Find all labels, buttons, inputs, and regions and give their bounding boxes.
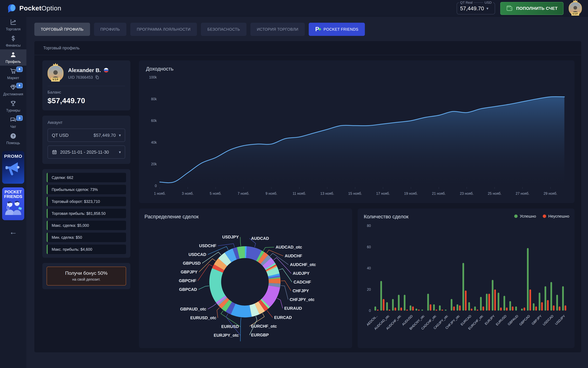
balance-value: $57,449.70	[47, 96, 125, 105]
tab-безопасность[interactable]: БЕЗОПАСНОСТЬ	[201, 23, 247, 36]
bell-badge	[16, 83, 23, 88]
brand-name: PocketOption	[19, 4, 61, 12]
svg-text:EURCAD: EURCAD	[460, 314, 472, 326]
account-select-name: QT USD	[52, 133, 69, 138]
copy-icon[interactable]	[95, 75, 99, 79]
svg-text:EURJPY_otc: EURJPY_otc	[214, 333, 239, 338]
svg-text:CHFJPY: CHFJPY	[293, 289, 309, 293]
sidebar-item-label: Чат	[10, 125, 16, 129]
svg-text:EURCAD: EURCAD	[274, 315, 292, 320]
profitability-panel: Доходность 020k40k60k80k100k1 нояб.3 ноя…	[139, 60, 575, 203]
svg-text:CHFJPY_otc: CHFJPY_otc	[290, 297, 314, 302]
sidebar-item-label: Маркет	[7, 76, 19, 80]
sidebar-pocket-friends-card[interactable]: POCKET FRIENDS	[2, 187, 24, 220]
svg-text:9 нояб.: 9 нояб.	[266, 192, 277, 195]
svg-text:?: ?	[12, 134, 14, 138]
tab-label: ТОРГОВЫЙ ПРОФИЛЬ	[41, 27, 83, 32]
svg-text:15 нояб.: 15 нояб.	[348, 192, 362, 195]
bonus-title: Получи бонус 50%	[48, 270, 124, 276]
deposit-button[interactable]: ПОПОЛНИТЬ СЧЕТ	[500, 2, 563, 15]
sidebar-item-user[interactable]: Профиль	[0, 49, 26, 66]
svg-text:27 нояб.: 27 нояб.	[516, 192, 529, 195]
svg-text:25 нояб.: 25 нояб.	[488, 192, 501, 195]
svg-text:80: 80	[367, 224, 371, 228]
account-balance-switcher[interactable]: QT Real USD 57,449.70 ▾	[457, 2, 495, 14]
sidebar-promo-card[interactable]: PROMO	[2, 151, 24, 184]
stat-row: Сделки: 662	[47, 173, 126, 182]
svg-text:0: 0	[369, 309, 371, 313]
cart-icon	[10, 67, 17, 74]
profile-tabs: ТОРГОВЫЙ ПРОФИЛЬПРОФИЛЬПРОГРАММА ЛОЯЛЬНО…	[34, 23, 581, 36]
sidebar-item-trophy[interactable]: Турниры	[0, 98, 26, 114]
svg-text:40k: 40k	[151, 140, 157, 144]
tab-label: POCKET FRIENDS	[323, 27, 358, 32]
trade-count-panel: Количество сделок Успешно Неуспешно 0204…	[358, 209, 575, 348]
stat-row: Мин. сделка: $50	[47, 233, 126, 242]
bonus-card: Получи бонус 50% на свой депозит.	[42, 263, 130, 289]
date-range-select[interactable]: 2025-11-01 - 2025-11-30 ▾	[47, 146, 125, 159]
calendar-icon	[52, 149, 57, 155]
account-card: Аккаунт QT USD $57,449.70 ▾	[42, 116, 130, 164]
chart-icon	[10, 19, 17, 26]
user-avatar[interactable]: VIP	[569, 2, 582, 15]
legend-fail-label: Неуспешно	[548, 214, 569, 219]
tab-программа-лояльности[interactable]: ПРОГРАММА ЛОЯЛЬНОСТИ	[130, 23, 197, 36]
topbar: PocketOption QT Real USD 57,449.70 ▾ ПОП…	[0, 0, 588, 17]
sidebar-item-help[interactable]: ?Помощь	[0, 131, 26, 147]
stat-row: Макс. сделка: $5,000	[47, 221, 126, 230]
tab-торговый-профиль[interactable]: ТОРГОВЫЙ ПРОФИЛЬ	[34, 23, 90, 36]
svg-text:GBPUSD: GBPUSD	[183, 261, 201, 266]
sidebar-item-chat[interactable]: 3Чат	[0, 114, 26, 131]
svg-text:EURUSD: EURUSD	[495, 314, 507, 326]
vip-badge: VIP	[51, 78, 60, 82]
deposit-button-label: ПОПОЛНИТЬ СЧЕТ	[516, 6, 558, 11]
trading-profile-panel: Торговый профиль VIP	[34, 41, 581, 352]
tab-история-торговли[interactable]: ИСТОРИЯ ТОРГОВЛИ	[250, 23, 305, 36]
svg-text:EURGBP: EURGBP	[251, 333, 269, 337]
sidebar-item-label: Достижения	[3, 92, 23, 96]
brand-logo[interactable]: PocketOption	[6, 3, 61, 13]
sidebar-item-cart[interactable]: Маркет	[0, 66, 26, 82]
svg-text:7 нояб.: 7 нояб.	[238, 192, 249, 195]
trade-count-bar-chart: 020406080AEDCN...AUDCAD_otcAUDCHF_otcAUD…	[363, 221, 569, 343]
legend-success-dot	[514, 214, 518, 218]
distribution-title: Распределение сделок	[145, 214, 348, 220]
stat-row: Макс. прибыль: $4,600	[47, 245, 126, 254]
svg-text:AUDJPY: AUDJPY	[293, 271, 310, 276]
bonus-banner[interactable]: Получи бонус 50% на свой депозит.	[47, 267, 126, 285]
trade-distribution-donut-chart: AUDCADAUDCAD_otcAUDCHFAUDCHF_otcAUDJPYCA…	[144, 220, 346, 341]
bar-chart-legend: Успешно Неуспешно	[514, 214, 569, 219]
sidebar-item-label: Торговля	[6, 27, 20, 31]
user-name: Alexander B.	[68, 67, 101, 73]
svg-text:GBPAUD_otc: GBPAUD_otc	[180, 307, 206, 312]
user-icon	[10, 51, 17, 58]
tab-профиль[interactable]: ПРОФИЛЬ	[94, 23, 127, 36]
svg-text:80k: 80k	[151, 97, 157, 101]
svg-text:USDJPY: USDJPY	[554, 314, 566, 326]
balance-label: Баланс	[47, 90, 125, 95]
profile-left-column: VIP Alexander B. UID 76366453	[42, 60, 130, 348]
svg-text:60: 60	[367, 245, 371, 249]
svg-text:GBPCAD: GBPCAD	[519, 314, 531, 326]
sidebar-collapse-button[interactable]: ←	[0, 227, 26, 236]
svg-text:AUDUSD: AUDUSD	[401, 314, 413, 326]
trophy-icon	[10, 100, 17, 107]
profile-avatar[interactable]: VIP	[47, 65, 64, 81]
chevron-down-icon: ▾	[119, 133, 121, 138]
sidebar-item-chart[interactable]: Торговля	[0, 17, 26, 33]
svg-text:21 нояб.: 21 нояб.	[432, 192, 446, 195]
page-title: Торговый профиль	[34, 41, 581, 55]
svg-text:EURUSD_otc: EURUSD_otc	[190, 316, 216, 320]
promo-label: PROMO	[4, 154, 22, 159]
tab-pocket-friends[interactable]: PPOCKET FRIENDS	[309, 23, 365, 36]
sidebar-item-diamond[interactable]: Достижения	[0, 82, 26, 98]
svg-text:5 нояб.: 5 нояб.	[210, 192, 222, 195]
tab-label: ПРОГРАММА ЛОЯЛЬНОСТИ	[137, 27, 191, 32]
user-uid: UID 76366453	[68, 75, 93, 80]
stat-row: Торговая прибыль: $81,858.50	[47, 209, 126, 218]
dollar-icon	[10, 35, 17, 42]
account-select[interactable]: QT USD $57,449.70 ▾	[47, 129, 125, 142]
stat-row: Прибыльных сделок: 73%	[47, 185, 126, 194]
sidebar-item-dollar[interactable]: Финансы	[0, 33, 26, 49]
sidebar-item-label: Помощь	[6, 141, 20, 145]
